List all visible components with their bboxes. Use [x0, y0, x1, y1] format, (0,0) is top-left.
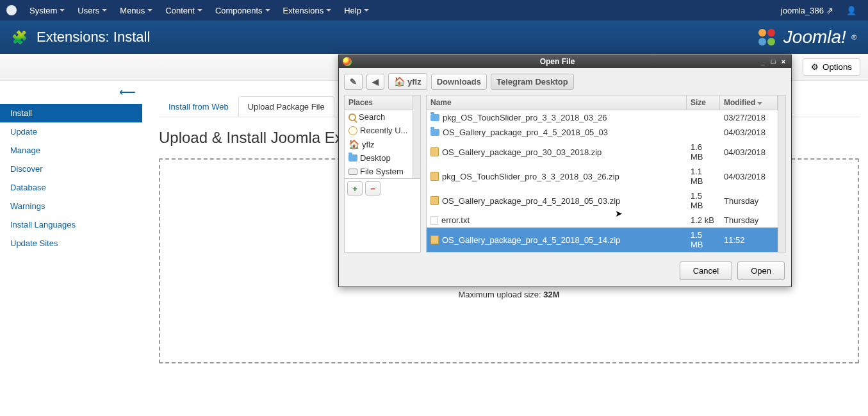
- dialog-title: Open File: [356, 57, 759, 66]
- file-modified: Thursday: [720, 214, 778, 226]
- chevron-left-icon: ◀: [372, 77, 379, 87]
- file-size: [687, 126, 720, 138]
- open-button[interactable]: Open: [737, 262, 785, 280]
- extension-icon: 🧩: [12, 29, 28, 45]
- sidebar-item-database[interactable]: Database: [0, 178, 142, 197]
- gear-icon: ⚙: [811, 62, 819, 72]
- page-header: 🧩 Extensions: Install Joomla!®: [0, 21, 868, 54]
- remove-bookmark-button[interactable]: −: [365, 181, 381, 196]
- close-button[interactable]: ×: [780, 58, 787, 65]
- user-menu[interactable]: 👤: [840, 6, 863, 15]
- sidebar: ⟵ InstallUpdateManageDiscoverDatabaseWar…: [0, 81, 142, 253]
- user-icon: 👤: [846, 6, 856, 15]
- chevron-down-icon: [147, 9, 152, 12]
- sidebar-collapse[interactable]: ⟵: [0, 81, 142, 104]
- column-size[interactable]: Size: [687, 96, 720, 110]
- tab-install-from-web[interactable]: Install from Web: [159, 96, 238, 117]
- sidebar-item-update[interactable]: Update: [0, 122, 142, 141]
- filelist-scrollbar[interactable]: [778, 96, 785, 252]
- top-navigation: SystemUsersMenusContentComponentsExtensi…: [0, 0, 868, 21]
- breadcrumb-home[interactable]: 🏠yflz: [388, 73, 427, 90]
- file-modified: 11:52: [720, 229, 778, 251]
- back-button[interactable]: ◀: [366, 74, 384, 90]
- file-row[interactable]: OS_Gallery_package_pro_4_5_2018_05_14.zi…: [427, 228, 778, 252]
- breadcrumb-current[interactable]: Telegram Desktop: [491, 74, 574, 90]
- sidebar-item-install[interactable]: Install: [0, 104, 142, 122]
- file-row[interactable]: OS_Gallery_package_pro_30_03_2018.zip1.6…: [427, 140, 778, 164]
- archive-icon: [430, 172, 439, 181]
- add-bookmark-button[interactable]: +: [347, 181, 363, 196]
- max-upload-text: Maximum upload size: 32M: [458, 290, 559, 299]
- cancel-button[interactable]: Cancel: [680, 262, 732, 280]
- chevron-down-icon: [60, 9, 65, 12]
- minimize-button[interactable]: _: [759, 58, 767, 65]
- place-search[interactable]: Search: [345, 110, 413, 124]
- sidebar-item-warnings[interactable]: Warnings: [0, 197, 142, 215]
- menu-extensions[interactable]: Extensions: [277, 0, 338, 21]
- joomla-color-icon: [755, 26, 778, 49]
- site-preview-link[interactable]: joomla_386 ⇗: [774, 6, 840, 15]
- place-recently-u-[interactable]: Recently U...: [345, 124, 413, 137]
- menu-system[interactable]: System: [23, 0, 71, 21]
- places-sidebar: Places SearchRecently U...🏠yflzDesktopFi…: [344, 95, 421, 253]
- chevron-down-icon: [265, 9, 270, 12]
- menu-menus[interactable]: Menus: [113, 0, 159, 21]
- plus-icon: +: [352, 184, 357, 194]
- menu-help[interactable]: Help: [338, 0, 375, 21]
- column-modified[interactable]: Modified: [720, 96, 778, 110]
- column-name[interactable]: Name: [427, 96, 687, 110]
- place-yflz[interactable]: 🏠yflz: [345, 137, 413, 151]
- external-icon: ⇗: [826, 6, 833, 15]
- file-size: 1.2 kB: [687, 214, 720, 226]
- places-scrollbar[interactable]: [413, 96, 420, 178]
- maximize-button[interactable]: □: [769, 58, 777, 65]
- joomla-logo-icon: [5, 4, 18, 17]
- dialog-footer: Cancel Open: [339, 253, 791, 287]
- place-desktop[interactable]: Desktop: [345, 151, 413, 165]
- archive-icon: [430, 147, 439, 156]
- file-size: 1.1 MB: [687, 165, 720, 187]
- file-name: error.txt: [441, 215, 470, 225]
- breadcrumb-downloads[interactable]: Downloads: [431, 74, 487, 90]
- file-row[interactable]: pkg_OS_TouchSlider_pro_3_3_2018_03_2603/…: [427, 110, 778, 125]
- file-row[interactable]: OS_Gallery_package_pro_4_5_2018_05_0304/…: [427, 125, 778, 140]
- sidebar-item-discover[interactable]: Discover: [0, 160, 142, 178]
- file-row[interactable]: error.txt1.2 kBThursday: [427, 213, 778, 228]
- sidebar-item-update-sites[interactable]: Update Sites: [0, 234, 142, 253]
- folder-icon: [430, 129, 439, 136]
- chevron-down-icon: [102, 9, 107, 12]
- menu-content[interactable]: Content: [159, 0, 209, 21]
- arrow-left-icon: ⟵: [119, 85, 136, 99]
- file-size: 1.5 MB: [687, 190, 720, 212]
- joomla-brand: Joomla!®: [755, 26, 856, 49]
- sort-desc-icon: [757, 102, 762, 105]
- file-modified: 03/27/2018: [720, 112, 778, 124]
- options-label: Options: [823, 62, 852, 72]
- dialog-titlebar[interactable]: Open File _ □ ×: [339, 55, 791, 68]
- brand-text: Joomla!: [783, 27, 846, 47]
- place-file-system[interactable]: File System: [345, 165, 413, 178]
- tab-upload-package-file[interactable]: Upload Package File: [238, 96, 334, 117]
- places-header: Places: [345, 96, 413, 110]
- file-name: pkg_OS_TouchSlider_pro_3_3_2018_03_26: [443, 113, 607, 122]
- file-list: Name Size Modified pkg_OS_TouchSlider_pr…: [426, 95, 786, 253]
- site-name: joomla_386: [781, 6, 824, 15]
- file-name: pkg_OS_TouchSlider_pro_3_3_2018_03_26.zi…: [442, 172, 619, 181]
- options-button[interactable]: ⚙Options: [803, 58, 860, 76]
- svg-point-1: [758, 29, 766, 37]
- menu-components[interactable]: Components: [209, 0, 277, 21]
- home-icon: 🏠: [348, 139, 359, 149]
- sidebar-item-install-languages[interactable]: Install Languages: [0, 215, 142, 234]
- menu-users[interactable]: Users: [71, 0, 113, 21]
- file-size: 1.5 MB: [687, 229, 720, 251]
- file-name: OS_Gallery_package_pro_4_5_2018_05_14.zi…: [442, 235, 620, 245]
- file-row[interactable]: OS_Gallery_package_pro_4_5_2018_05_03.zi…: [427, 188, 778, 213]
- sidebar-item-manage[interactable]: Manage: [0, 141, 142, 160]
- edit-location-button[interactable]: ✎: [344, 74, 363, 90]
- file-name: OS_Gallery_package_pro_30_03_2018.zip: [442, 147, 602, 157]
- file-row[interactable]: pkg_OS_TouchSlider_pro_3_3_2018_03_26.zi…: [427, 164, 778, 188]
- chrome-icon: [343, 57, 352, 66]
- clock-icon: [348, 126, 357, 135]
- archive-icon: [430, 235, 439, 244]
- text-file-icon: [430, 216, 438, 225]
